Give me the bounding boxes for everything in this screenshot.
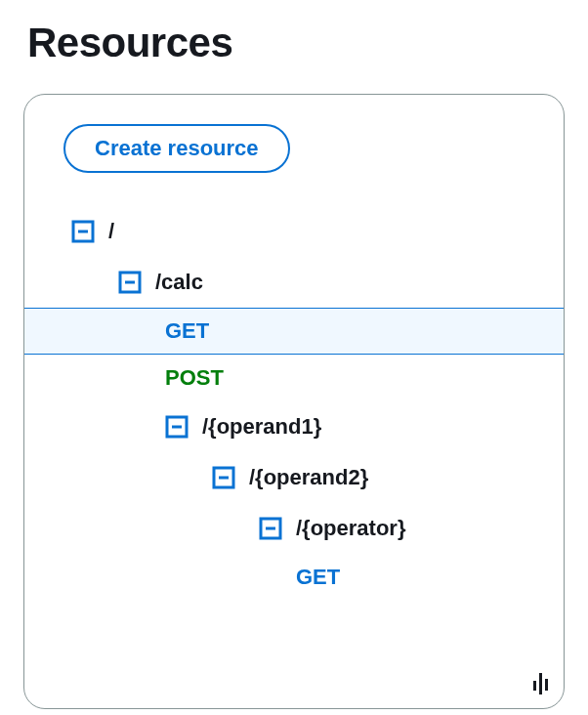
method-label: GET [296, 565, 340, 590]
resource-node-operand1[interactable]: /{operand1} [24, 401, 564, 452]
resource-node-operator[interactable]: /{operator} [24, 503, 564, 554]
resource-path-label: /{operand1} [202, 414, 321, 440]
method-label: GET [165, 318, 209, 344]
resource-path-label: /calc [155, 270, 203, 295]
collapse-icon[interactable] [212, 466, 235, 489]
resource-node-operand2[interactable]: /{operand2} [24, 452, 564, 503]
page-title: Resources [27, 20, 565, 66]
collapse-icon[interactable] [259, 517, 282, 540]
resource-path-label: /{operand2} [249, 465, 368, 490]
scroll-indicator-icon [532, 673, 550, 694]
method-get-calc[interactable]: GET [24, 308, 564, 355]
svg-rect-12 [545, 679, 548, 691]
method-get-operator[interactable]: GET [24, 554, 564, 601]
method-post-calc[interactable]: POST [24, 355, 564, 401]
method-label: POST [165, 365, 224, 391]
create-resource-button[interactable]: Create resource [63, 124, 290, 173]
resource-node-root[interactable]: / [24, 206, 564, 257]
resource-path-label: / [108, 219, 114, 244]
svg-rect-10 [533, 681, 536, 691]
resource-path-label: /{operator} [296, 516, 405, 541]
collapse-icon[interactable] [165, 415, 189, 439]
resource-tree: / /calc GET POST [24, 206, 564, 601]
svg-rect-11 [539, 673, 542, 694]
resources-panel: Create resource / /calc [23, 94, 565, 709]
resource-node-calc[interactable]: /calc [24, 257, 564, 308]
collapse-icon[interactable] [71, 220, 95, 243]
collapse-icon[interactable] [118, 271, 142, 294]
